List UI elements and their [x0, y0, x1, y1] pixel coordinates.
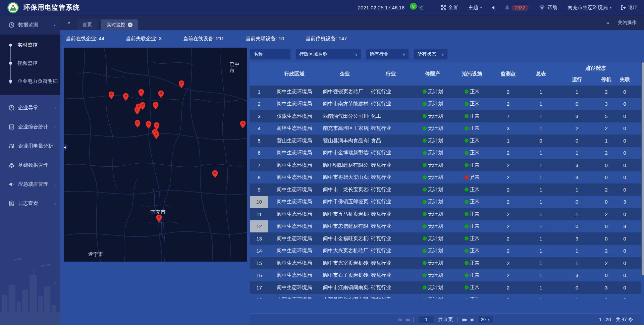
fullscreen-button[interactable]: 全屏: [441, 4, 458, 11]
table-row[interactable]: 15 阆中生态环境局 阆中市光富页岩机砖厂 砖瓦行业 无计划 正常 2 1 1 …: [250, 257, 641, 269]
cell-monitor-points: 2: [491, 183, 525, 196]
table-row[interactable]: 5 营山生态环境局 营山县润丰肉食品有限 食品 无计划 正常 1 0 0 1 0: [250, 134, 641, 147]
map-panel[interactable]: ◀ 巴中市南充市遂宁市: [64, 48, 247, 262]
cell-running: 1: [557, 294, 597, 299]
map-pin-icon[interactable]: [179, 80, 184, 88]
cell-index: 2: [250, 98, 268, 110]
map-pin-icon[interactable]: [158, 90, 164, 98]
sidebar-item-log-view[interactable]: 日志查看 ‹: [0, 194, 60, 213]
cell-stop-production: 无计划: [413, 196, 453, 208]
help-button[interactable]: ☏ 帮助: [539, 4, 557, 11]
table-row[interactable]: 17 阆中生态环境局 阆中市江南镇阆南页岩 砖瓦行业 无计划 正常 2 1 0 …: [250, 281, 641, 294]
logout-button[interactable]: 退出: [621, 4, 638, 11]
tabs-scroll-right-button[interactable]: »: [606, 20, 609, 25]
table-row[interactable]: 1 阆中生态环境局 阆中强锐页岩砖厂 砖瓦行业 无计划 正常 2 1 1 2 0: [250, 86, 641, 98]
table-row[interactable]: 12 阆中生态环境局 阆中市忠信建材有限公 砖瓦行业 无计划 正常 2 1 0 …: [250, 220, 641, 233]
cell-region: 阆中生态环境局: [268, 171, 320, 184]
filter-bar: 名称 行政区域名称 ∨ 所有行业 ∨ 所有状态 ∨: [250, 49, 641, 60]
cell-index: 16: [250, 269, 268, 282]
cell-total-meter: 1: [525, 196, 557, 208]
status-dot-green: [423, 200, 427, 204]
cell-pollution-facility: 正常: [453, 147, 491, 159]
tabs-scroll-left-button[interactable]: «: [64, 18, 73, 28]
table-row[interactable]: 7 阆中生态环境局 阆中明阳建材有限公司 砖瓦行业 无计划 正常 2 1 3 0…: [250, 159, 641, 171]
map-pin-icon[interactable]: [146, 121, 152, 128]
theme-menu[interactable]: 主题 ▾: [468, 4, 482, 11]
table-row[interactable]: 14 阆中生态环境局 阆中大兴页岩机砖厂 砖瓦行业 无计划 正常 2 1 1 2…: [250, 245, 641, 257]
region-select[interactable]: 行政区域名称 ∨: [296, 49, 361, 60]
cell-monitor-points: 2: [491, 98, 525, 110]
cell-monitor-points: 2: [491, 281, 525, 294]
map-pin-icon[interactable]: [240, 120, 246, 128]
table-row[interactable]: 9 阆中生态环境局 阆中市二龙长宝页岩砖 砖瓦行业 无计划 正常 2 1 1 2…: [250, 183, 641, 196]
col-pollution-facility: 治污设施: [453, 62, 491, 86]
map-pin-icon[interactable]: [154, 131, 159, 139]
table-row[interactable]: 16 阆中生态环境局 阆中市石子页岩机砖厂 砖瓦行业 无计划 正常 2 1 3 …: [250, 269, 641, 282]
close-icon[interactable]: ✕: [128, 22, 132, 27]
sidebar-item-enterprise-abnormal[interactable]: 企业异常 ‹: [0, 98, 60, 117]
table-row[interactable]: 4 高坪生态环境局 南充市高坪区王家店建 砖瓦行业 无计划 正常 3 1 2 2…: [250, 122, 641, 135]
tab-realtime-monitor[interactable]: 实时监控 ✕: [101, 19, 138, 30]
table-row[interactable]: 10 阆中生态环境局 阆中千佛镇五郎垭页岩 砖瓦行业 无计划 正常 2 1 0 …: [250, 196, 641, 208]
table-row[interactable]: 13 阆中生态环境局 阆中市金福旺页岩机砖 砖瓦行业 无计划 正常 2 1 3 …: [250, 232, 641, 245]
status-dot-green: [423, 90, 427, 94]
cell-lost: 0: [615, 257, 634, 269]
cell-region: 阆中生态环境局: [268, 269, 320, 282]
status-dot-green: [423, 298, 427, 299]
cell-pollution-facility: 正常: [453, 159, 491, 171]
col-running: 运行: [557, 74, 597, 86]
org-menu[interactable]: 南充市生态环境局 ▾: [568, 4, 611, 11]
table-scrollbar[interactable]: [642, 62, 644, 275]
next-page-button[interactable]: ▶▶: [462, 317, 466, 322]
cell-lost: 0: [615, 159, 634, 171]
map-pin-icon[interactable]: [212, 170, 218, 178]
prev-page-button[interactable]: ◀◀: [405, 317, 409, 322]
table-row[interactable]: 2 阆中生态环境局 阆中市南方节能建材有 砖瓦行业 无计划 正常 2 1 0 3…: [250, 98, 641, 110]
sidebar-item-emergency-reduction[interactable]: 应急减排管理 ‹: [0, 175, 60, 194]
mute-button[interactable]: [491, 5, 496, 10]
sidebar-item-power-analysis[interactable]: 企业用电量分析 ‹: [0, 137, 60, 156]
map-pin-icon[interactable]: [135, 120, 141, 127]
page-size-select[interactable]: 20 ▼: [477, 316, 493, 323]
sidebar-item-power-load-detail[interactable]: 企业电力负荷明细: [0, 72, 60, 90]
status-dot-green: [423, 163, 427, 167]
map-pin-icon[interactable]: [140, 102, 146, 110]
map-pin-icon[interactable]: [123, 93, 129, 101]
sidebar-item-video-monitor[interactable]: 视频监控: [0, 54, 60, 72]
close-operations-menu[interactable]: 关闭操作: [618, 20, 637, 26]
table-row[interactable]: 3 仪陇生态环境局 西南油气田分公司川中 化工 无计划 正常 7 1 3 5 0: [250, 110, 641, 122]
cell-halted: 3: [597, 281, 615, 294]
cell-halted: 3: [597, 98, 615, 110]
sidebar-submenu-data-monitor: 实时监控 视频监控 企业电力负荷明细: [0, 35, 60, 95]
last-page-button[interactable]: ▶: [471, 317, 473, 322]
status-dot-green: [465, 273, 469, 277]
sidebar-item-realtime-monitor[interactable]: 实时监控: [0, 36, 60, 54]
status-select[interactable]: 所有状态 ∨: [414, 49, 448, 60]
status-dot-green: [423, 224, 427, 228]
col-lost: 失联: [615, 74, 634, 86]
map-pin-icon[interactable]: [139, 89, 144, 97]
table-row[interactable]: 18 南部生态环境局 南部县双华水泥有限公 建材加工 无计划 正常 2 1 1 …: [250, 294, 641, 299]
map-pin-icon[interactable]: [109, 91, 114, 99]
table-row[interactable]: 8 阆中生态环境局 阆中市枣碧大梁山页岩 砖瓦行业 无计划 异常 2 1 3 0…: [250, 171, 641, 184]
cell-industry: 砖瓦行业: [369, 281, 413, 294]
sidebar-item-data-monitor[interactable]: 数据监测 ˅: [0, 15, 60, 35]
alarm-button[interactable]: 2632: [505, 5, 529, 11]
name-search-input[interactable]: 名称: [250, 49, 291, 60]
status-dot-green: [465, 261, 469, 265]
cell-industry: 砖瓦行业: [369, 159, 413, 171]
cell-company: 阆中市五马桥页岩机砖: [320, 208, 369, 220]
table-row[interactable]: 6 阆中生态环境局 阆中市金博瑞新型墙材 砖瓦行业 无计划 正常 2 1 1 2…: [250, 147, 641, 159]
sidebar-item-enterprise-statistics[interactable]: 企业综合统计 ‹: [0, 117, 60, 137]
cell-running: 1: [557, 183, 597, 196]
cell-monitor-points: 2: [491, 294, 525, 299]
industry-select[interactable]: 所有行业 ∨: [366, 49, 409, 60]
map-pin-icon[interactable]: [153, 102, 159, 109]
map-pin-icon[interactable]: [156, 214, 162, 222]
table-row[interactable]: 11 阆中生态环境局 阆中市五马桥页岩机砖 砖瓦行业 无计划 正常 2 1 1 …: [250, 208, 641, 220]
first-page-button[interactable]: ◀: [398, 317, 400, 322]
sidebar-item-base-data[interactable]: 基础数据管理 ‹: [0, 156, 60, 175]
tab-home[interactable]: 首页: [77, 19, 97, 30]
cell-industry: 砖瓦行业: [369, 269, 413, 282]
page-number-input[interactable]: 1: [418, 316, 434, 323]
